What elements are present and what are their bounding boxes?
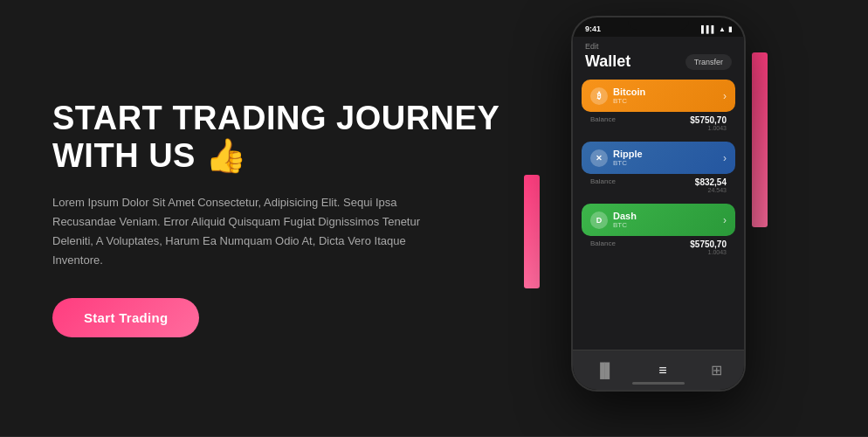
phone-screen: Edit Wallet Transfer ₿ xyxy=(573,37,744,386)
phone-mockup: 9:41 ▌▌▌ ▲ ▮ Edit Wallet Transfer xyxy=(571,16,746,392)
grid-icon[interactable]: ⊞ xyxy=(711,362,722,378)
start-trading-button[interactable]: Start Trading xyxy=(52,298,199,337)
phone-notch xyxy=(628,17,689,30)
dash-balance-row: Balance $5750,70 1.0043 xyxy=(582,236,735,259)
dash-info: D Dash BTC xyxy=(590,211,637,229)
accent-bar-left xyxy=(524,175,540,288)
wifi-icon: ▲ xyxy=(719,25,726,33)
ripple-info: ✕ Ripple BTC xyxy=(590,149,643,167)
wallet-header: Edit Wallet Transfer xyxy=(573,37,744,80)
wallet-title-row: Wallet Transfer xyxy=(585,52,732,71)
ripple-chevron-icon: › xyxy=(723,152,727,164)
bitcoin-chevron-icon: › xyxy=(723,90,727,102)
bitcoin-balance-row: Balance $5750,70 1.0043 xyxy=(582,112,735,135)
accent-bar-right xyxy=(752,52,768,227)
bitcoin-card[interactable]: ₿ Bitcoin BTC › xyxy=(582,80,735,112)
dash-card-header: D Dash BTC › xyxy=(590,211,727,229)
ripple-card-header: ✕ Ripple BTC › xyxy=(590,149,727,167)
dash-balance-values: $5750,70 1.0043 xyxy=(690,239,727,255)
ripple-name: Ripple xyxy=(613,149,643,159)
dash-details: Dash BTC xyxy=(613,211,637,229)
ripple-details: Ripple BTC xyxy=(613,149,643,167)
ripple-icon: ✕ xyxy=(590,149,608,167)
bitcoin-card-header: ₿ Bitcoin BTC › xyxy=(590,87,727,105)
list-icon[interactable]: ≡ xyxy=(658,363,666,378)
left-content: START TRADING JOURNEY WITH US 👍 Lorem Ip… xyxy=(52,100,541,338)
ripple-balance-row: Balance $832,54 24.543 xyxy=(582,174,735,197)
list-item: D Dash BTC › Balance xyxy=(582,204,735,259)
bitcoin-icon: ₿ xyxy=(590,87,608,105)
ripple-sub: 24.543 xyxy=(695,187,727,193)
bitcoin-balance-label: Balance xyxy=(590,115,616,131)
dash-icon: D xyxy=(590,212,608,229)
description-text: Lorem Ipsum Dolor Sit Amet Consectetur, … xyxy=(52,193,437,270)
dash-type: BTC xyxy=(613,221,637,229)
headline: START TRADING JOURNEY WITH US 👍 xyxy=(52,100,506,176)
headline-line2: WITH US 👍 xyxy=(52,137,246,174)
ripple-amount: $832,54 xyxy=(695,177,727,187)
bitcoin-balance-values: $5750,70 1.0043 xyxy=(690,115,727,131)
home-indicator xyxy=(632,382,685,385)
dash-name: Dash xyxy=(613,211,637,221)
ripple-balance-values: $832,54 24.543 xyxy=(695,177,727,193)
crypto-list: ₿ Bitcoin BTC › Balance xyxy=(573,80,744,259)
bitcoin-type: BTC xyxy=(613,97,645,105)
status-time: 9:41 xyxy=(585,24,601,33)
bitcoin-name: Bitcoin xyxy=(613,87,645,97)
bar-chart-icon[interactable]: ▐▌ xyxy=(595,363,615,378)
ripple-type: BTC xyxy=(613,159,643,167)
dash-balance-label: Balance xyxy=(590,239,616,255)
dash-chevron-icon: › xyxy=(723,214,727,226)
bottom-nav: ▐▌ ≡ ⊞ xyxy=(573,350,744,386)
battery-icon: ▮ xyxy=(728,25,732,33)
transfer-button[interactable]: Transfer xyxy=(685,54,732,70)
bitcoin-sub: 1.0043 xyxy=(690,125,727,131)
headline-line1: START TRADING JOURNEY xyxy=(52,100,499,136)
signal-icon: ▌▌▌ xyxy=(701,25,716,33)
dash-card[interactable]: D Dash BTC › xyxy=(582,204,735,236)
bitcoin-info: ₿ Bitcoin BTC xyxy=(590,87,645,105)
status-icons: ▌▌▌ ▲ ▮ xyxy=(701,24,732,33)
bitcoin-details: Bitcoin BTC xyxy=(613,87,645,105)
list-item: ₿ Bitcoin BTC › Balance xyxy=(582,80,735,135)
ripple-balance-label: Balance xyxy=(590,177,616,193)
list-item: ✕ Ripple BTC › Balance xyxy=(582,142,735,197)
edit-label: Edit xyxy=(585,42,732,51)
dash-sub: 1.0043 xyxy=(690,249,727,255)
phone-wrapper: 9:41 ▌▌▌ ▲ ▮ Edit Wallet Transfer xyxy=(571,16,746,392)
bitcoin-amount: $5750,70 xyxy=(690,115,727,125)
page-container: START TRADING JOURNEY WITH US 👍 Lorem Ip… xyxy=(0,0,868,437)
wallet-title: Wallet xyxy=(585,52,630,71)
ripple-card[interactable]: ✕ Ripple BTC › xyxy=(582,142,735,174)
dash-amount: $5750,70 xyxy=(690,239,727,249)
